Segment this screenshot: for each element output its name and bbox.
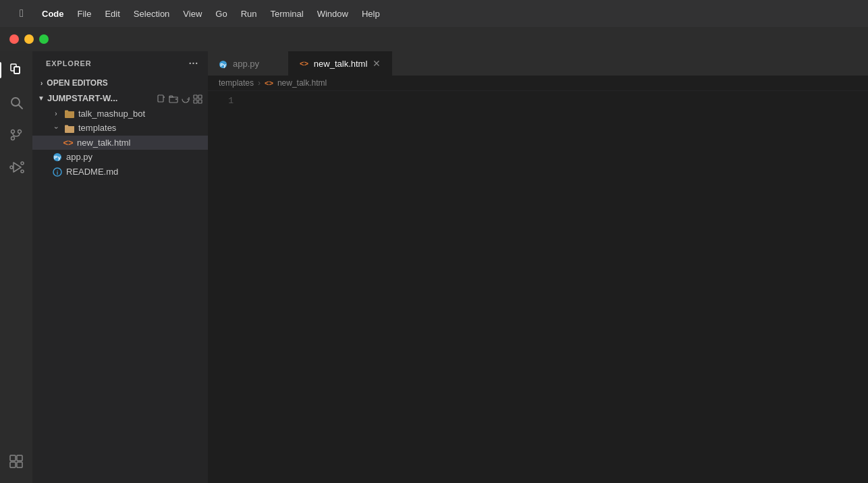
main-layout: EXPLORER ··· › OPEN EDITORS ▼ JUMPSTART-… xyxy=(0,51,868,483)
editor-text[interactable] xyxy=(242,91,868,483)
python-file-icon: Py xyxy=(51,152,63,163)
svg-point-10 xyxy=(21,162,24,165)
new-file-icon[interactable] xyxy=(157,93,166,104)
tab-app-py[interactable]: Py app.py xyxy=(208,51,289,76)
refresh-icon[interactable] xyxy=(181,93,190,104)
html-file-icon: <> xyxy=(62,138,74,148)
svg-rect-24 xyxy=(198,100,202,103)
search-activity-icon[interactable] xyxy=(3,89,30,116)
folder-icon xyxy=(63,109,76,119)
svg-point-11 xyxy=(21,170,24,173)
tab-new-talk-html[interactable]: <> new_talk.html ✕ xyxy=(289,51,392,76)
activity-bar-bottom xyxy=(3,448,30,483)
svg-text:Py: Py xyxy=(220,62,226,67)
collapse-icon[interactable] xyxy=(193,93,202,104)
breadcrumb-html-icon: <> xyxy=(265,79,273,87)
breadcrumb-sep-1: › xyxy=(258,78,261,88)
new-talk-html-label: new_talk.html xyxy=(77,138,208,148)
svg-rect-16 xyxy=(158,95,163,102)
sidebar-title: EXPLORER xyxy=(46,59,92,67)
tree-item-talk-mashup-bot[interactable]: › talk_mashup_bot xyxy=(32,107,208,121)
folder-chevron-templates: › xyxy=(53,123,60,133)
svg-rect-15 xyxy=(17,462,22,467)
open-editors-header[interactable]: › OPEN EDITORS xyxy=(32,76,208,90)
svg-rect-14 xyxy=(10,462,16,467)
menu-window[interactable]: Window xyxy=(310,6,355,22)
menu-selection[interactable]: Selection xyxy=(127,6,176,22)
svg-point-7 xyxy=(11,137,15,140)
tree-item-new-talk-html[interactable]: <> new_talk.html xyxy=(32,136,208,150)
open-editors-chevron: › xyxy=(40,80,43,87)
project-chevron: ▼ xyxy=(38,94,45,102)
svg-text:Py: Py xyxy=(54,154,61,161)
tab-new-talk-label: new_talk.html xyxy=(314,59,367,69)
run-debug-activity-icon[interactable] xyxy=(3,154,30,181)
svg-point-5 xyxy=(11,130,15,134)
breadcrumb: templates › <> new_talk.html xyxy=(208,76,868,91)
activity-bar xyxy=(0,51,32,483)
editor-content: 1 xyxy=(208,91,868,483)
apple-menu[interactable]:  xyxy=(8,7,35,20)
project-section: ▼ JUMPSTART-W... xyxy=(32,90,208,179)
sidebar-more-icon[interactable]: ··· xyxy=(188,57,200,70)
svg-marker-8 xyxy=(13,163,21,172)
line-numbers: 1 xyxy=(208,91,242,483)
templates-label: templates xyxy=(78,123,208,133)
open-editors-section: › OPEN EDITORS xyxy=(32,76,208,90)
menu-bar: Code File Edit Selection View Go Run Ter… xyxy=(35,6,387,22)
menu-code[interactable]: Code xyxy=(35,6,71,22)
close-button[interactable] xyxy=(9,34,19,44)
explorer-activity-icon[interactable] xyxy=(3,57,30,84)
maximize-button[interactable] xyxy=(39,34,49,44)
menu-run[interactable]: Run xyxy=(234,6,264,22)
tree-item-readme[interactable]: i README.md xyxy=(32,164,208,179)
minimize-button[interactable] xyxy=(24,34,34,44)
editor-area: Py app.py <> new_talk.html ✕ templates ›… xyxy=(208,51,868,483)
tab-app-py-label: app.py xyxy=(233,59,259,69)
breadcrumb-templates[interactable]: templates xyxy=(219,78,254,88)
svg-rect-23 xyxy=(194,100,197,103)
tab-py-icon: Py xyxy=(219,58,227,68)
svg-rect-12 xyxy=(10,455,16,461)
folder-open-icon xyxy=(63,123,76,134)
project-root[interactable]: ▼ JUMPSTART-W... xyxy=(32,90,208,107)
tree-item-app-py[interactable]: Py app.py xyxy=(32,150,208,165)
extensions-activity-icon[interactable] xyxy=(3,448,30,475)
line-number-1: 1 xyxy=(208,94,234,108)
sidebar: EXPLORER ··· › OPEN EDITORS ▼ JUMPSTART-… xyxy=(32,51,208,483)
sidebar-header-actions: ··· xyxy=(188,57,200,70)
project-icons xyxy=(157,93,208,104)
menu-help[interactable]: Help xyxy=(355,6,387,22)
svg-rect-22 xyxy=(198,95,202,98)
open-editors-label: OPEN EDITORS xyxy=(47,78,107,88)
tree-item-templates[interactable]: › templates xyxy=(32,121,208,136)
tab-bar: Py app.py <> new_talk.html ✕ xyxy=(208,51,868,76)
svg-rect-13 xyxy=(17,455,22,461)
traffic-lights-bar xyxy=(0,27,868,51)
source-control-activity-icon[interactable] xyxy=(3,121,30,148)
svg-point-6 xyxy=(18,130,22,134)
tab-close-button[interactable]: ✕ xyxy=(373,58,381,69)
talk-mashup-bot-label: talk_mashup_bot xyxy=(78,109,208,119)
app-py-label: app.py xyxy=(66,152,208,162)
new-folder-icon[interactable] xyxy=(169,93,178,104)
tab-html-icon: <> xyxy=(300,59,308,67)
svg-text:i: i xyxy=(57,169,59,175)
svg-point-9 xyxy=(10,166,13,169)
svg-line-4 xyxy=(19,105,22,109)
readme-icon: i xyxy=(51,166,63,177)
sidebar-header: EXPLORER ··· xyxy=(32,51,208,76)
menu-view[interactable]: View xyxy=(176,6,209,22)
svg-point-3 xyxy=(11,98,20,106)
menu-go[interactable]: Go xyxy=(209,6,234,22)
title-bar:  Code File Edit Selection View Go Run T… xyxy=(0,0,868,27)
menu-terminal[interactable]: Terminal xyxy=(264,6,310,22)
folder-chevron: › xyxy=(51,110,61,117)
menu-file[interactable]: File xyxy=(71,6,99,22)
menu-edit[interactable]: Edit xyxy=(98,6,126,22)
breadcrumb-new-talk[interactable]: new_talk.html xyxy=(277,78,327,88)
project-label: JUMPSTART-W... xyxy=(47,93,117,103)
svg-rect-21 xyxy=(194,95,197,98)
readme-label: README.md xyxy=(66,167,208,177)
svg-rect-1 xyxy=(14,67,20,74)
